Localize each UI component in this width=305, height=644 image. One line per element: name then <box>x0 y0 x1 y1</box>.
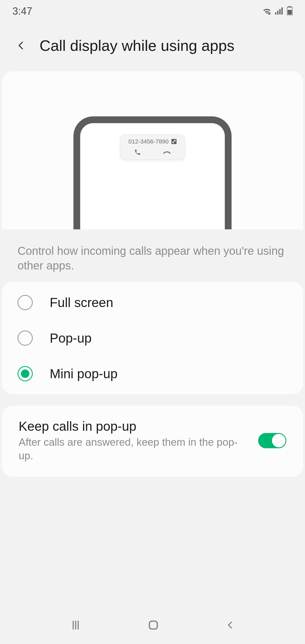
decline-icon <box>163 149 171 157</box>
status-icons: + <box>262 6 293 16</box>
option-label: Pop-up <box>50 330 91 346</box>
status-bar: 3:47 + <box>0 0 305 23</box>
option-full-screen[interactable]: Full screen <box>2 285 303 320</box>
radio-icon <box>18 295 33 310</box>
header: Call display while using apps <box>0 23 305 71</box>
radio-icon <box>18 330 33 346</box>
preview-card: 012-3456-7890 <box>2 71 303 229</box>
home-button[interactable] <box>147 619 159 632</box>
svg-rect-2 <box>275 12 276 15</box>
option-label: Full screen <box>50 295 113 310</box>
chevron-left-icon <box>16 40 26 51</box>
toggle-switch[interactable] <box>258 433 286 448</box>
svg-rect-5 <box>282 7 283 15</box>
expand-icon <box>171 139 177 144</box>
svg-rect-3 <box>277 11 279 15</box>
radio-icon-selected <box>18 366 33 381</box>
phone-mock-illustration: 012-3456-7890 <box>73 116 232 229</box>
toggle-subtitle: After calls are answered, keep them in t… <box>19 436 247 463</box>
back-nav-button[interactable] <box>225 619 235 632</box>
wifi-icon: + <box>262 7 272 16</box>
signal-icon <box>275 7 284 16</box>
display-options-group: Full screen Pop-up Mini pop-up <box>2 282 303 394</box>
svg-rect-13 <box>149 621 157 629</box>
battery-icon <box>287 6 293 16</box>
back-button[interactable] <box>14 38 28 53</box>
toggle-title: Keep calls in pop-up <box>19 419 247 434</box>
preview-phone-number: 012-3456-7890 <box>128 138 169 145</box>
keep-calls-in-popup-row[interactable]: Keep calls in pop-up After calls are ans… <box>2 406 303 477</box>
option-mini-pop-up[interactable]: Mini pop-up <box>2 356 303 391</box>
system-nav-bar <box>0 607 305 644</box>
svg-rect-8 <box>288 10 292 15</box>
status-time: 3:47 <box>12 5 32 17</box>
svg-rect-4 <box>279 9 281 15</box>
section-description: Control how incoming calls appear when y… <box>0 229 305 281</box>
page-title: Call display while using apps <box>40 37 234 54</box>
mini-popup-illustration: 012-3456-7890 <box>120 134 185 160</box>
answer-icon <box>134 149 141 157</box>
option-label: Mini pop-up <box>50 366 117 381</box>
option-pop-up[interactable]: Pop-up <box>2 320 303 356</box>
recents-button[interactable] <box>70 619 82 632</box>
svg-text:+: + <box>268 13 269 15</box>
